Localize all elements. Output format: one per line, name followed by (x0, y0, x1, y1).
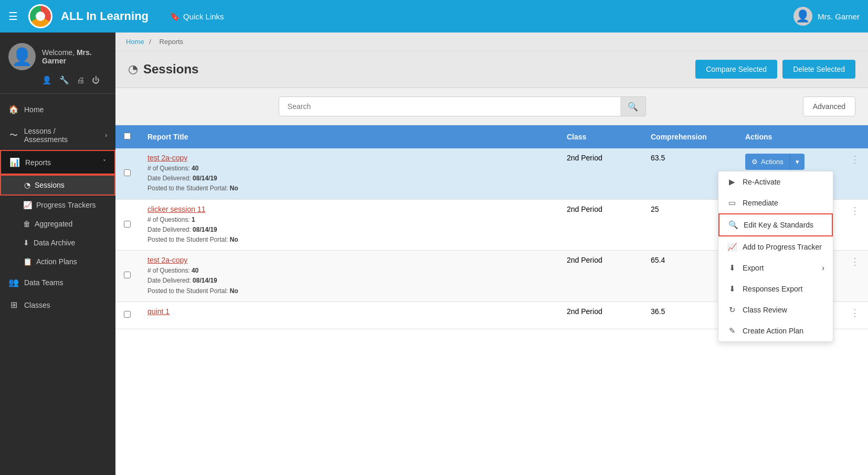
report-class-cell: 2nd Period (558, 199, 642, 251)
search-input[interactable] (279, 96, 646, 116)
page-title-row: ◔ Sessions (128, 62, 198, 77)
row-checkbox[interactable] (124, 169, 131, 176)
user-action-icons: 👤 🔧 🖨 ⏻ (8, 75, 100, 85)
report-title-cell: test 2a-copy # of Questions: 40 Date Del… (139, 251, 558, 302)
sidebar-item-sessions[interactable]: ◔ Sessions (0, 175, 115, 196)
row-drag-handle[interactable]: ⋮ (842, 148, 868, 199)
quick-links-button[interactable]: 🔖 Quick Links (170, 12, 224, 21)
user-name-top: Mrs. Garner (818, 12, 860, 21)
report-meta: # of Questions: 40 Date Delivered: 08/14… (147, 164, 550, 194)
dropdown-item-edit-key[interactable]: 🔍 Edit Key & Standards (718, 213, 833, 236)
report-title-link[interactable]: test 2a-copy (147, 256, 550, 264)
row-checkbox-cell (115, 301, 139, 329)
col-header-select (115, 125, 139, 148)
search-button[interactable]: 🔍 (620, 96, 646, 116)
search-key-icon: 🔍 (728, 220, 738, 230)
select-all-checkbox[interactable] (124, 133, 131, 139)
report-class-cell: 2nd Period (558, 301, 642, 329)
chevron-down-icon: ˅ (103, 159, 106, 166)
dropdown-item-remediate[interactable]: ▭ Remediate (718, 192, 833, 213)
actions-dropdown-toggle[interactable]: ▾ (790, 154, 805, 170)
sidebar-item-label: Home (24, 105, 44, 114)
report-title-cell: quint 1 (139, 301, 558, 329)
actions-button[interactable]: ⚙ Actions (745, 154, 790, 170)
play-icon: ▶ (727, 177, 737, 187)
print-icon[interactable]: 🖨 (77, 75, 84, 85)
col-header-actions: Actions (737, 125, 842, 148)
row-checkbox[interactable] (124, 272, 131, 278)
row-drag-handle[interactable]: ⋮ (842, 251, 868, 302)
dropdown-item-export[interactable]: ⬇ Export › (718, 257, 833, 278)
actions-btn-group: ⚙ Actions ▾ ▶ Re-Activate (745, 154, 833, 170)
dropdown-item-progress-tracker[interactable]: 📈 Add to Progress Tracker (718, 236, 833, 257)
page-header: ◔ Sessions Compare Selected Delete Selec… (115, 51, 868, 88)
profile-icon[interactable]: 👤 (42, 75, 52, 85)
sidebar-item-progress[interactable]: 📈 Progress Trackers (0, 196, 115, 214)
advanced-button[interactable]: Advanced (803, 96, 855, 116)
chevron-right-icon: › (105, 132, 107, 139)
report-actions-cell: ⚙ Actions ▾ ▶ Re-Activate (737, 148, 842, 199)
user-avatar-top: 👤 (793, 7, 812, 26)
row-checkbox-cell (115, 251, 139, 302)
settings-icon[interactable]: 🔧 (59, 75, 69, 85)
power-icon[interactable]: ⏻ (92, 75, 100, 85)
breadcrumb-current: Reports (160, 38, 184, 46)
row-checkbox-cell (115, 199, 139, 251)
dropdown-item-responses-export[interactable]: ⬇ Responses Export (718, 278, 833, 299)
lessons-icon: 〜 (8, 130, 19, 141)
home-icon: 🏠 (8, 104, 19, 114)
sessions-pie-icon: ◔ (128, 62, 138, 76)
sidebar-item-archive[interactable]: ⬇ Data Archive (0, 233, 115, 252)
sidebar-item-label: Sessions (35, 181, 65, 189)
hamburger-icon[interactable]: ☰ (8, 10, 18, 23)
report-class-cell: 2nd Period (558, 251, 642, 302)
report-title-link[interactable]: quint 1 (147, 307, 550, 316)
sidebar-item-reports[interactable]: 📊 Reports ˅ (0, 150, 115, 175)
sidebar-item-lessons[interactable]: 〜 Lessons / Assessments › (0, 121, 115, 150)
table-row: test 2a-copy # of Questions: 40 Date Del… (115, 148, 868, 199)
remediate-icon: ▭ (727, 198, 737, 208)
sidebar-item-data-teams[interactable]: 👥 Data Teams (0, 271, 115, 294)
search-wrapper-outer: 🔍 (128, 96, 797, 116)
report-title-link[interactable]: test 2a-copy (147, 154, 550, 162)
col-header-comprehension: Comprehension (642, 125, 737, 148)
responses-download-icon: ⬇ (727, 284, 737, 294)
dropdown-item-create-action-plan[interactable]: ✎ Create Action Plan (718, 320, 833, 341)
sidebar-item-label: Classes (24, 301, 50, 309)
search-wrapper: 🔍 (279, 96, 646, 116)
report-title-cell: clicker session 11 # of Questions: 1 Dat… (139, 199, 558, 251)
row-drag-handle[interactable]: ⋮ (842, 199, 868, 251)
sidebar-item-action-plans[interactable]: 📋 Action Plans (0, 252, 115, 271)
sidebar-item-label: Reports (25, 158, 51, 167)
user-avatar-sidebar: 👤 (8, 43, 36, 70)
col-header-dots (842, 125, 868, 148)
download-icon: ⬇ (727, 263, 737, 273)
report-meta: # of Questions: 40 Date Delivered: 08/14… (147, 266, 550, 296)
sidebar-item-aggregated[interactable]: 🗑 Aggregated (0, 214, 115, 233)
report-class-cell: 2nd Period (558, 148, 642, 199)
dropdown-item-reactivate[interactable]: ▶ Re-Activate (718, 171, 833, 192)
row-checkbox[interactable] (124, 221, 131, 228)
sidebar-item-label: Data Archive (34, 239, 75, 247)
compare-selected-button[interactable]: Compare Selected (695, 60, 777, 79)
sidebar-item-home[interactable]: 🏠 Home (0, 98, 115, 121)
breadcrumb-home[interactable]: Home (126, 38, 144, 46)
delete-selected-button[interactable]: Delete Selected (782, 60, 855, 79)
sidebar-item-classes[interactable]: ⊞ Classes (0, 294, 115, 316)
sidebar-item-label: Progress Trackers (36, 201, 96, 209)
gear-icon: ⚙ (751, 158, 758, 166)
reports-icon: 📊 (9, 157, 20, 167)
sessions-table: Report Title Class Comprehension Actions (115, 125, 868, 329)
col-header-class: Class (558, 125, 642, 148)
report-meta: # of Questions: 1 Date Delivered: 08/14/… (147, 215, 550, 245)
dropdown-item-class-review[interactable]: ↻ Class Review (718, 299, 833, 320)
avatar-icon: 👤 (796, 9, 810, 23)
breadcrumb-separator: / (149, 38, 151, 46)
app-logo (28, 4, 52, 28)
sidebar-item-label: Data Teams (24, 278, 63, 287)
report-title-link[interactable]: clicker session 11 (147, 205, 550, 213)
chart-icon: 📈 (727, 242, 737, 252)
row-drag-handle[interactable]: ⋮ (842, 301, 868, 329)
row-checkbox[interactable] (124, 311, 131, 318)
actions-dropdown-menu: ▶ Re-Activate ▭ Remediate 🔍 (718, 171, 833, 342)
